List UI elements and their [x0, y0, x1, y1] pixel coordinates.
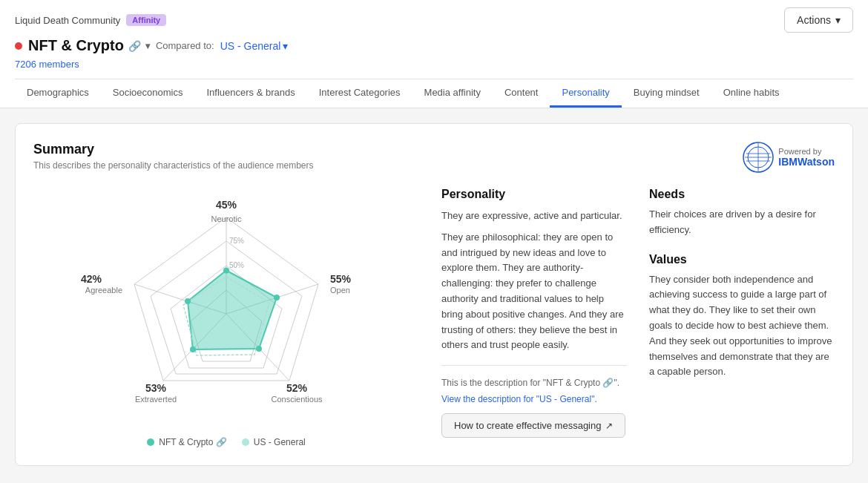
- svg-text:Neurotic: Neurotic: [211, 214, 242, 223]
- personality-text1: They are expressive, active and particul…: [441, 208, 627, 224]
- legend-item-general: US - General: [242, 437, 306, 447]
- personality-section: Personality They are expressive, active …: [441, 188, 627, 447]
- description-note: This is the description for "NFT & Crypt…: [441, 378, 627, 388]
- personality-title: Personality: [441, 188, 627, 201]
- compared-to-label: Compared to:: [156, 40, 214, 51]
- nav-tabs: Demographics Socioeconomics Influencers …: [15, 79, 853, 108]
- actions-label: Actions: [797, 14, 831, 26]
- svg-text:Open: Open: [330, 286, 350, 295]
- radar-chart: 45% Neurotic 55% Open 52% Conscientious …: [63, 188, 389, 425]
- legend-dot-general: [242, 438, 249, 446]
- tab-socioeconomics[interactable]: Socioeconomics: [101, 79, 195, 108]
- needs-values-section: Needs Their choices are driven by a desi…: [649, 188, 835, 447]
- tab-online[interactable]: Online habits: [711, 79, 792, 108]
- svg-text:55%: 55%: [330, 273, 352, 285]
- affinity-badge: Affinity: [126, 14, 166, 26]
- svg-text:Conscientious: Conscientious: [271, 395, 323, 404]
- tab-influencers[interactable]: Influencers & brands: [194, 79, 306, 108]
- top-bar: Liquid Death Community Affinity Actions …: [0, 0, 868, 108]
- svg-text:75%: 75%: [229, 237, 244, 245]
- tab-personality[interactable]: Personality: [550, 79, 621, 108]
- legend-link-icon: 🔗: [216, 437, 227, 447]
- external-link-icon: ↗: [605, 421, 613, 431]
- values-text: They consider both independence and achi…: [649, 272, 835, 381]
- personality-text2: They are philosophical: they are open to…: [441, 230, 627, 353]
- legend-label-audience: NFT & Crypto 🔗: [159, 437, 226, 447]
- svg-text:45%: 45%: [216, 199, 237, 211]
- needs-text: Their choices are driven by a desire for…: [649, 207, 835, 238]
- personality-divider: [441, 365, 627, 366]
- top-row1: Liquid Death Community Affinity Actions …: [15, 7, 853, 37]
- svg-point-18: [274, 295, 280, 300]
- ibm-powered-text: Powered by: [778, 147, 835, 156]
- summary-text-block: Summary This describes the personality c…: [33, 142, 314, 171]
- legend-label-general: US - General: [254, 437, 306, 447]
- svg-point-19: [256, 346, 262, 352]
- svg-text:50%: 50%: [229, 261, 244, 269]
- community-name: Liquid Death Community: [15, 15, 120, 26]
- svg-text:Extraverted: Extraverted: [135, 395, 177, 404]
- tab-demographics[interactable]: Demographics: [15, 79, 101, 108]
- members-count: 7206 members: [15, 59, 853, 76]
- ibm-watson-icon: [743, 142, 774, 173]
- tab-media[interactable]: Media affinity: [412, 79, 493, 108]
- summary-subtitle: This describes the personality character…: [33, 160, 314, 171]
- tab-interest[interactable]: Interest Categories: [307, 79, 412, 108]
- summary-header: Summary This describes the personality c…: [33, 142, 835, 173]
- svg-text:53%: 53%: [145, 382, 167, 394]
- radar-legend: NFT & Crypto 🔗 US - General: [147, 437, 306, 447]
- svg-text:52%: 52%: [286, 382, 308, 394]
- ibm-badge: Powered by IBMWatson: [743, 142, 835, 173]
- compared-to-link[interactable]: US - General ▾: [220, 40, 289, 52]
- legend-dot-audience: [147, 438, 154, 446]
- audience-chevron-icon[interactable]: ▾: [145, 41, 150, 51]
- content-grid: 45% Neurotic 55% Open 52% Conscientious …: [33, 188, 835, 447]
- audience-dot: [15, 42, 22, 50]
- summary-card: Summary This describes the personality c…: [15, 123, 853, 466]
- svg-text:Agreeable: Agreeable: [85, 286, 122, 295]
- svg-point-21: [185, 298, 191, 304]
- top-row1-left: Liquid Death Community Affinity: [15, 14, 166, 26]
- needs-title: Needs: [649, 188, 835, 201]
- actions-button[interactable]: Actions ▾: [784, 7, 853, 33]
- tab-content[interactable]: Content: [493, 79, 550, 108]
- audience-row: NFT & Crypto 🔗 ▾ Compared to: US - Gener…: [15, 37, 853, 59]
- radar-container: 45% Neurotic 55% Open 52% Conscientious …: [33, 188, 419, 447]
- view-description-link[interactable]: View the description for "US - General".: [441, 394, 597, 404]
- svg-point-20: [190, 346, 196, 352]
- summary-title: Summary: [33, 142, 314, 157]
- values-title: Values: [649, 253, 835, 266]
- main-content: Summary This describes the personality c…: [0, 108, 868, 481]
- audience-title: NFT & Crypto 🔗 ▾: [28, 37, 150, 54]
- ibm-watson-text: IBMWatson: [778, 156, 835, 168]
- link-icon: 🔗: [128, 40, 141, 52]
- svg-marker-15: [188, 271, 277, 350]
- compared-chevron-icon: ▾: [283, 40, 288, 52]
- tab-buying[interactable]: Buying mindset: [622, 79, 711, 108]
- messaging-button[interactable]: How to create effective messaging ↗: [441, 413, 625, 438]
- svg-point-17: [223, 268, 229, 274]
- chevron-down-icon: ▾: [835, 14, 841, 26]
- svg-text:42%: 42%: [81, 273, 102, 285]
- ibm-text-block: Powered by IBMWatson: [778, 147, 835, 168]
- legend-item-audience: NFT & Crypto 🔗: [147, 437, 226, 447]
